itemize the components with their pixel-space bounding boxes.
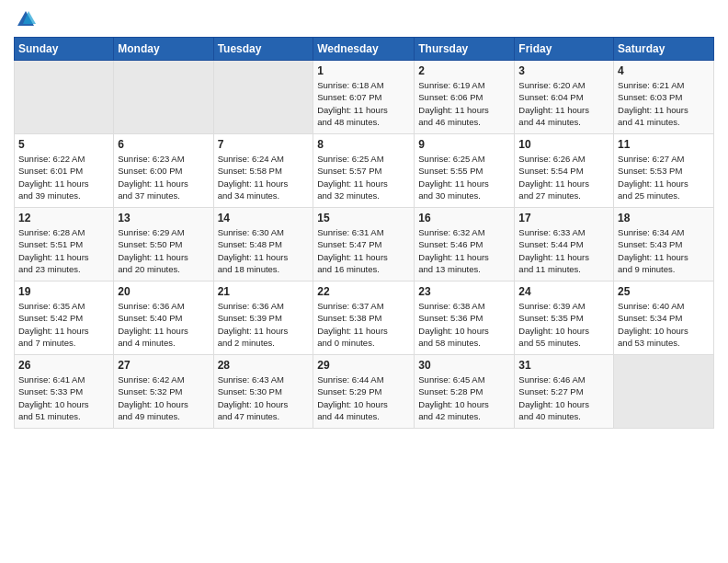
day-number: 30	[418, 359, 510, 372]
day-number: 9	[418, 138, 510, 151]
weekday-header-tuesday: Tuesday	[213, 38, 313, 61]
day-number: 14	[218, 212, 310, 224]
day-info: Sunrise: 6:22 AM Sunset: 6:01 PM Dayligh…	[18, 153, 109, 201]
calendar-cell: 9Sunrise: 6:25 AM Sunset: 5:55 PM Daylig…	[415, 134, 515, 208]
day-info: Sunrise: 6:36 AM Sunset: 5:40 PM Dayligh…	[118, 300, 209, 349]
header	[14, 9, 714, 29]
calendar-cell: 28Sunrise: 6:43 AM Sunset: 5:30 PM Dayli…	[213, 355, 313, 429]
calendar-cell: 22Sunrise: 6:37 AM Sunset: 5:38 PM Dayli…	[313, 282, 415, 355]
day-info: Sunrise: 6:25 AM Sunset: 5:55 PM Dayligh…	[418, 153, 510, 201]
day-number: 11	[618, 138, 710, 151]
calendar-cell: 16Sunrise: 6:32 AM Sunset: 5:46 PM Dayli…	[415, 208, 515, 282]
day-number: 6	[118, 138, 209, 151]
calendar-cell: 20Sunrise: 6:36 AM Sunset: 5:40 PM Dayli…	[114, 282, 213, 355]
calendar-cell: 13Sunrise: 6:29 AM Sunset: 5:50 PM Dayli…	[114, 208, 213, 282]
logo-icon	[16, 9, 36, 29]
day-info: Sunrise: 6:36 AM Sunset: 5:39 PM Dayligh…	[218, 300, 310, 349]
day-info: Sunrise: 6:27 AM Sunset: 5:53 PM Dayligh…	[618, 153, 710, 201]
calendar-cell: 6Sunrise: 6:23 AM Sunset: 6:00 PM Daylig…	[114, 134, 213, 208]
day-info: Sunrise: 6:44 AM Sunset: 5:29 PM Dayligh…	[317, 373, 410, 422]
calendar-cell: 14Sunrise: 6:30 AM Sunset: 5:48 PM Dayli…	[213, 208, 313, 282]
day-info: Sunrise: 6:20 AM Sunset: 6:04 PM Dayligh…	[518, 79, 609, 128]
day-info: Sunrise: 6:34 AM Sunset: 5:43 PM Dayligh…	[618, 226, 710, 275]
day-number: 18	[618, 212, 710, 224]
calendar-cell: 17Sunrise: 6:33 AM Sunset: 5:44 PM Dayli…	[515, 208, 614, 282]
day-number: 3	[518, 64, 609, 77]
day-number: 21	[218, 285, 310, 298]
day-number: 28	[218, 359, 310, 372]
day-number: 7	[218, 138, 310, 151]
weekday-header-sunday: Sunday	[15, 38, 114, 61]
day-info: Sunrise: 6:32 AM Sunset: 5:46 PM Dayligh…	[418, 226, 510, 275]
day-info: Sunrise: 6:23 AM Sunset: 6:00 PM Dayligh…	[118, 153, 209, 201]
calendar-cell: 31Sunrise: 6:46 AM Sunset: 5:27 PM Dayli…	[515, 355, 614, 429]
day-number: 29	[317, 359, 410, 372]
day-info: Sunrise: 6:31 AM Sunset: 5:47 PM Dayligh…	[317, 226, 410, 275]
calendar-cell: 2Sunrise: 6:19 AM Sunset: 6:06 PM Daylig…	[415, 61, 515, 134]
page: SundayMondayTuesdayWednesdayThursdayFrid…	[0, 0, 728, 563]
day-number: 17	[518, 212, 609, 224]
week-row-1: 1Sunrise: 6:18 AM Sunset: 6:07 PM Daylig…	[15, 61, 714, 134]
day-number: 1	[317, 64, 410, 77]
day-info: Sunrise: 6:19 AM Sunset: 6:06 PM Dayligh…	[418, 79, 510, 128]
calendar-cell: 11Sunrise: 6:27 AM Sunset: 5:53 PM Dayli…	[614, 134, 714, 208]
calendar-cell: 4Sunrise: 6:21 AM Sunset: 6:03 PM Daylig…	[614, 61, 714, 134]
day-info: Sunrise: 6:42 AM Sunset: 5:32 PM Dayligh…	[118, 373, 209, 422]
calendar-cell: 25Sunrise: 6:40 AM Sunset: 5:34 PM Dayli…	[614, 282, 714, 355]
weekday-header-thursday: Thursday	[415, 38, 515, 61]
calendar-cell: 21Sunrise: 6:36 AM Sunset: 5:39 PM Dayli…	[213, 282, 313, 355]
day-number: 5	[18, 138, 109, 151]
weekday-header-monday: Monday	[114, 38, 213, 61]
calendar-cell: 26Sunrise: 6:41 AM Sunset: 5:33 PM Dayli…	[15, 355, 114, 429]
calendar-table: SundayMondayTuesdayWednesdayThursdayFrid…	[14, 37, 714, 429]
calendar-cell: 23Sunrise: 6:38 AM Sunset: 5:36 PM Dayli…	[415, 282, 515, 355]
calendar-cell: 30Sunrise: 6:45 AM Sunset: 5:28 PM Dayli…	[415, 355, 515, 429]
day-info: Sunrise: 6:39 AM Sunset: 5:35 PM Dayligh…	[518, 300, 609, 349]
day-info: Sunrise: 6:28 AM Sunset: 5:51 PM Dayligh…	[18, 226, 109, 275]
day-info: Sunrise: 6:21 AM Sunset: 6:03 PM Dayligh…	[618, 79, 710, 128]
day-info: Sunrise: 6:45 AM Sunset: 5:28 PM Dayligh…	[418, 373, 510, 422]
week-row-5: 26Sunrise: 6:41 AM Sunset: 5:33 PM Dayli…	[15, 355, 714, 429]
calendar-cell: 24Sunrise: 6:39 AM Sunset: 5:35 PM Dayli…	[515, 282, 614, 355]
weekday-header-friday: Friday	[515, 38, 614, 61]
day-info: Sunrise: 6:37 AM Sunset: 5:38 PM Dayligh…	[317, 300, 410, 349]
weekday-header-row: SundayMondayTuesdayWednesdayThursdayFrid…	[15, 38, 714, 61]
day-info: Sunrise: 6:41 AM Sunset: 5:33 PM Dayligh…	[18, 373, 109, 422]
weekday-header-saturday: Saturday	[614, 38, 714, 61]
calendar-cell	[213, 61, 313, 134]
calendar-cell: 15Sunrise: 6:31 AM Sunset: 5:47 PM Dayli…	[313, 208, 415, 282]
day-number: 16	[418, 212, 510, 224]
day-number: 2	[418, 64, 510, 77]
day-info: Sunrise: 6:35 AM Sunset: 5:42 PM Dayligh…	[18, 300, 109, 349]
week-row-3: 12Sunrise: 6:28 AM Sunset: 5:51 PM Dayli…	[15, 208, 714, 282]
day-number: 23	[418, 285, 510, 298]
calendar-cell: 10Sunrise: 6:26 AM Sunset: 5:54 PM Dayli…	[515, 134, 614, 208]
day-number: 8	[317, 138, 410, 151]
day-number: 25	[618, 285, 710, 298]
day-info: Sunrise: 6:24 AM Sunset: 5:58 PM Dayligh…	[218, 153, 310, 201]
day-number: 26	[18, 359, 109, 372]
week-row-2: 5Sunrise: 6:22 AM Sunset: 6:01 PM Daylig…	[15, 134, 714, 208]
day-info: Sunrise: 6:33 AM Sunset: 5:44 PM Dayligh…	[518, 226, 609, 275]
calendar-cell	[614, 355, 714, 429]
day-number: 27	[118, 359, 209, 372]
day-number: 19	[18, 285, 109, 298]
day-number: 20	[118, 285, 209, 298]
day-info: Sunrise: 6:18 AM Sunset: 6:07 PM Dayligh…	[317, 79, 410, 128]
day-info: Sunrise: 6:43 AM Sunset: 5:30 PM Dayligh…	[218, 373, 310, 422]
calendar-cell: 18Sunrise: 6:34 AM Sunset: 5:43 PM Dayli…	[614, 208, 714, 282]
day-info: Sunrise: 6:29 AM Sunset: 5:50 PM Dayligh…	[118, 226, 209, 275]
weekday-header-wednesday: Wednesday	[313, 38, 415, 61]
calendar-cell: 5Sunrise: 6:22 AM Sunset: 6:01 PM Daylig…	[15, 134, 114, 208]
week-row-4: 19Sunrise: 6:35 AM Sunset: 5:42 PM Dayli…	[15, 282, 714, 355]
day-info: Sunrise: 6:26 AM Sunset: 5:54 PM Dayligh…	[518, 153, 609, 201]
day-number: 12	[18, 212, 109, 224]
day-info: Sunrise: 6:40 AM Sunset: 5:34 PM Dayligh…	[618, 300, 710, 349]
day-info: Sunrise: 6:30 AM Sunset: 5:48 PM Dayligh…	[218, 226, 310, 275]
calendar-cell	[114, 61, 213, 134]
day-info: Sunrise: 6:25 AM Sunset: 5:57 PM Dayligh…	[317, 153, 410, 201]
day-number: 15	[317, 212, 410, 224]
logo	[14, 9, 36, 29]
calendar-cell: 1Sunrise: 6:18 AM Sunset: 6:07 PM Daylig…	[313, 61, 415, 134]
calendar-cell: 12Sunrise: 6:28 AM Sunset: 5:51 PM Dayli…	[15, 208, 114, 282]
